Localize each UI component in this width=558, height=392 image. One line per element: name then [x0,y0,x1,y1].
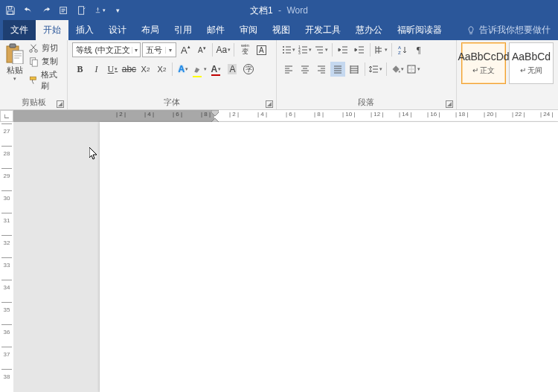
svg-text:Z: Z [398,51,401,55]
distributed-button[interactable] [347,62,362,77]
asian-layout-button[interactable]: ▾ [373,42,388,57]
horizontal-ruler[interactable]: | 8 || 6 || 4 || 2 || 2 || 4 || 6 || 8 |… [13,110,558,122]
shrink-font-button[interactable]: A▾ [194,42,209,57]
chevron-down-icon: ▾ [165,47,174,54]
grow-font-button[interactable]: A▴ [178,42,193,57]
bullets-button[interactable]: ▾ [281,42,296,57]
qat-icon-5[interactable] [76,4,88,16]
svg-text:A: A [398,45,401,50]
font-size-combo[interactable]: 五号 ▾ [142,42,176,57]
superscript-button[interactable]: X2 [154,62,169,77]
ruler-tick: 34 [0,284,13,291]
document-page[interactable] [100,122,558,392]
multilevel-icon [314,45,324,55]
scissors-icon [28,43,39,54]
style-nospacing[interactable]: AaBbCd ↵ 无间 [509,42,554,84]
font-family-value: 等线 (中文正文 [73,45,131,56]
tab-home[interactable]: 开始 [36,20,68,40]
show-marks-button[interactable]: ¶ [411,42,426,57]
font-dialog-launcher[interactable] [266,100,273,108]
qat-customize-icon[interactable]: ▾ [112,4,124,16]
numbering-button[interactable]: 123▾ [298,42,312,57]
tab-foxit[interactable]: 福昕阅读器 [390,20,449,40]
paragraph-dialog-launcher[interactable] [446,100,453,108]
font-color-button[interactable]: A▾ [208,62,223,77]
quick-access-toolbar: ▾ ▾ [4,4,124,16]
touch-mode-icon[interactable]: ▾ [94,4,106,16]
decrease-indent-button[interactable] [336,42,350,57]
tell-me-search[interactable]: 告诉我你想要做什 [461,24,555,40]
clipboard-dialog-launcher[interactable] [57,100,64,108]
tab-dev[interactable]: 开发工具 [298,20,348,40]
tab-insert[interactable]: 插入 [68,20,101,40]
ruler-margin-area [13,110,214,122]
shading-button[interactable]: ▾ [390,62,405,77]
ruler-tick: | 6 | [286,111,295,118]
tab-layout[interactable]: 布局 [134,20,167,40]
style-nospacing-label: ↵ 无间 [520,65,543,76]
cut-button[interactable]: 剪切 [28,42,62,54]
svg-rect-0 [8,7,11,10]
tab-references[interactable]: 引用 [167,20,199,40]
highlight-button[interactable]: ▾ [192,62,207,77]
redo-icon[interactable] [40,4,52,16]
bold-button[interactable]: B [72,62,87,77]
borders-button[interactable]: ▾ [406,62,421,77]
qat-icon-4[interactable] [58,4,70,16]
highlighter-icon [193,63,203,74]
format-painter-label: 格式刷 [41,69,63,91]
character-shading-button[interactable]: A [225,62,240,77]
save-icon[interactable] [4,4,16,16]
change-case-button[interactable]: Aa▾ [216,42,231,57]
copy-button[interactable]: 复制 [28,56,62,67]
font-group-label: 字体 [72,97,271,109]
group-font: 等线 (中文正文 ▾ 五号 ▾ A▴ A▾ Aa▾ 变wén A [68,40,276,109]
align-left-button[interactable] [281,62,296,77]
tab-file[interactable]: 文件 [3,20,36,40]
italic-button[interactable]: I [89,62,103,77]
ruler-tick: | 8 | [201,111,211,118]
paste-button[interactable]: 粘贴 ▾ [4,42,25,82]
undo-icon[interactable] [22,4,34,16]
ruler-tick: | 24 | [540,111,554,118]
ribbon-tabs: 文件 开始 插入 设计 布局 引用 邮件 审阅 视图 开发工具 慧办公 福昕阅读… [0,21,558,40]
style-sample: AaBbCcDd [458,51,509,62]
paste-icon [4,42,25,65]
tab-selector[interactable]: ∟ [0,110,13,122]
ribbon: 粘贴 ▾ 剪切 复制 格式刷 剪贴板 [0,40,558,110]
font-family-combo[interactable]: 等线 (中文正文 ▾ [72,42,141,57]
numbering-icon: 123 [298,45,308,55]
align-left-icon [283,64,294,74]
ruler-tick: 38 [0,373,13,380]
text-effects-button[interactable]: A▾ [176,62,190,77]
vertical-ruler[interactable]: ∟ 272829303132333435363738 [0,110,13,392]
borders-icon [406,64,417,74]
ruler-tick: | 8 | [314,111,324,118]
align-right-icon [316,64,327,74]
cut-label: 剪切 [42,42,58,54]
ruler-tick: | 2 | [116,111,126,118]
sort-button[interactable]: AZ [395,42,410,57]
underline-button[interactable]: U▾ [105,62,120,77]
enclose-characters-button[interactable]: 字 [241,62,256,77]
bucket-icon [390,64,400,74]
tab-review[interactable]: 审阅 [232,20,265,40]
increase-indent-button[interactable] [352,42,367,57]
phonetic-guide-button[interactable]: 变wén [237,42,252,57]
character-border-button[interactable]: A [254,42,269,57]
multilevel-list-button[interactable]: ▾ [314,42,329,57]
align-center-button[interactable] [298,62,312,77]
tab-huiban[interactable]: 慧办公 [348,20,390,40]
tab-view[interactable]: 视图 [265,20,298,40]
ruler-tick: | 4 | [257,111,267,118]
document-area: | 8 || 6 || 4 || 2 || 2 || 4 || 6 || 8 |… [13,110,558,392]
line-spacing-button[interactable]: ▾ [368,62,383,77]
strikethrough-button[interactable]: abc [121,62,136,77]
tab-design[interactable]: 设计 [101,20,134,40]
tab-mail[interactable]: 邮件 [199,20,232,40]
align-right-button[interactable] [314,62,329,77]
style-normal[interactable]: AaBbCcDd ↵ 正文 [461,42,506,84]
format-painter-button[interactable]: 格式刷 [28,69,62,91]
justify-button[interactable] [330,62,345,77]
subscript-button[interactable]: X2 [138,62,153,77]
